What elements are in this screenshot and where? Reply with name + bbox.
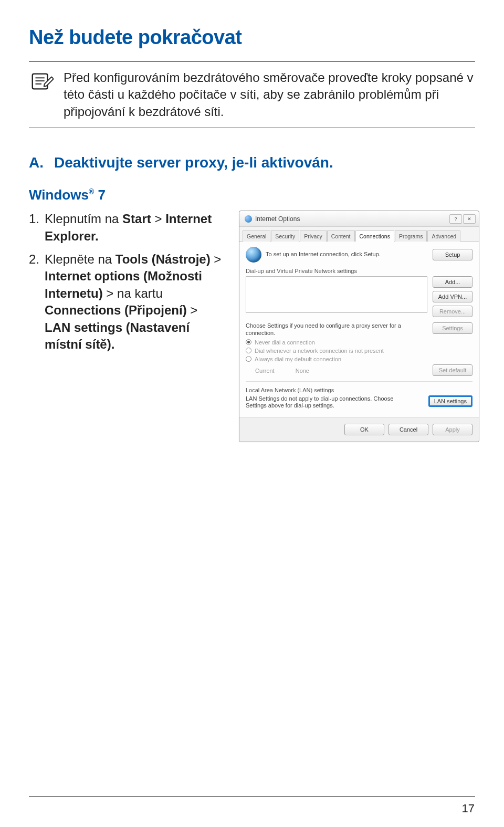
tab-privacy[interactable]: Privacy [300, 231, 326, 242]
step-body: Klepnutím na Start > Internet Explorer. [45, 211, 223, 245]
footer-rule [29, 796, 475, 797]
page-number: 17 [462, 802, 475, 815]
tab-connections[interactable]: Connections [355, 231, 394, 242]
globe-icon [245, 215, 252, 223]
tab-programs[interactable]: Programs [395, 231, 427, 242]
section-letter: A. [29, 154, 44, 171]
section-heading: A. Deaktivujte server proxy, je-li aktiv… [29, 154, 475, 171]
current-value: None [296, 368, 309, 374]
help-icon[interactable]: ? [449, 214, 462, 224]
steps-list: 1. Klepnutím na Start > Internet Explore… [29, 211, 223, 359]
radio-label: Dial whenever a network connection is no… [255, 348, 384, 354]
internet-options-dialog: Internet Options ? ✕ General Security Pr… [239, 211, 479, 442]
current-label: Current [255, 368, 275, 374]
proxy-text: Choose Settings if you need to configure… [246, 322, 427, 337]
tab-advanced[interactable]: Advanced [427, 231, 460, 242]
section-title: Deaktivujte server proxy, je-li aktivová… [54, 154, 333, 171]
setup-button[interactable]: Setup [433, 249, 472, 260]
titlebar[interactable]: Internet Options ? ✕ [239, 211, 479, 227]
note-text: Před konfigurováním bezdrátového směrova… [64, 69, 475, 120]
radio-icon [246, 348, 251, 353]
t: Start [122, 212, 151, 226]
lan-settings-button[interactable]: LAN settings [428, 395, 472, 407]
t: > [187, 303, 198, 317]
t: LAN settings (Nastavení místní sítě). [45, 320, 190, 351]
os-name: Windows [29, 187, 89, 203]
connections-pane: To set up an Internet connection, click … [239, 242, 479, 417]
tab-content[interactable]: Content [327, 231, 355, 242]
apply-button[interactable]: Apply [433, 424, 472, 435]
vpn-group-label: Dial-up and Virtual Private Network sett… [246, 268, 472, 274]
t: Klepnutím na [45, 212, 122, 226]
ok-button[interactable]: OK [344, 424, 384, 435]
cancel-button[interactable]: Cancel [388, 424, 428, 435]
t: Connections (Připojení) [45, 303, 187, 317]
step-number: 1. [29, 211, 39, 245]
step-number: 2. [29, 251, 39, 353]
settings-button[interactable]: Settings [433, 322, 472, 334]
note-icon [29, 69, 54, 95]
setup-text: To set up an Internet connection, click … [266, 251, 381, 258]
dialog-title: Internet Options [255, 215, 300, 223]
t: > [211, 252, 222, 266]
tab-general[interactable]: General [243, 231, 270, 242]
connections-listbox[interactable] [246, 276, 427, 313]
tab-security[interactable]: Security [271, 231, 299, 242]
lan-group-label: Local Area Network (LAN) settings [246, 387, 472, 393]
tab-strip: General Security Privacy Content Connect… [239, 227, 479, 242]
radio-always-dial[interactable]: Always dial my default connection [246, 356, 472, 362]
step-body: Klepněte na Tools (Nástroje) > Internet … [45, 251, 223, 353]
t: Klepněte na [45, 252, 116, 266]
add-vpn-button[interactable]: Add VPN... [433, 291, 472, 302]
t: > na kartu [103, 286, 163, 300]
radio-never-dial[interactable]: Never dial a connection [246, 339, 472, 346]
t: Tools (Nástroje) [116, 252, 211, 266]
note-block: Před konfigurováním bezdrátového směrova… [29, 61, 475, 128]
step-1: 1. Klepnutím na Start > Internet Explore… [29, 211, 223, 245]
globe-icon [246, 247, 261, 263]
t: > [151, 212, 165, 226]
page-title: Než budete pokračovat [29, 26, 475, 49]
radio-dial-when-absent[interactable]: Dial whenever a network connection is no… [246, 348, 472, 354]
radio-icon [246, 339, 251, 345]
radio-label: Always dial my default connection [255, 356, 341, 362]
os-version: 7 [98, 187, 105, 203]
add-button[interactable]: Add... [433, 276, 472, 288]
step-2: 2. Klepněte na Tools (Nástroje) > Intern… [29, 251, 223, 353]
set-default-button[interactable]: Set default [433, 364, 472, 376]
close-icon[interactable]: ✕ [463, 214, 476, 224]
radio-icon [246, 356, 251, 362]
radio-label: Never dial a connection [255, 339, 315, 346]
lan-text: LAN Settings do not apply to dial-up con… [246, 395, 403, 410]
remove-button[interactable]: Remove... [433, 306, 472, 317]
dialog-footer: OK Cancel Apply [239, 417, 479, 442]
os-label: Windows® 7 [29, 187, 475, 203]
